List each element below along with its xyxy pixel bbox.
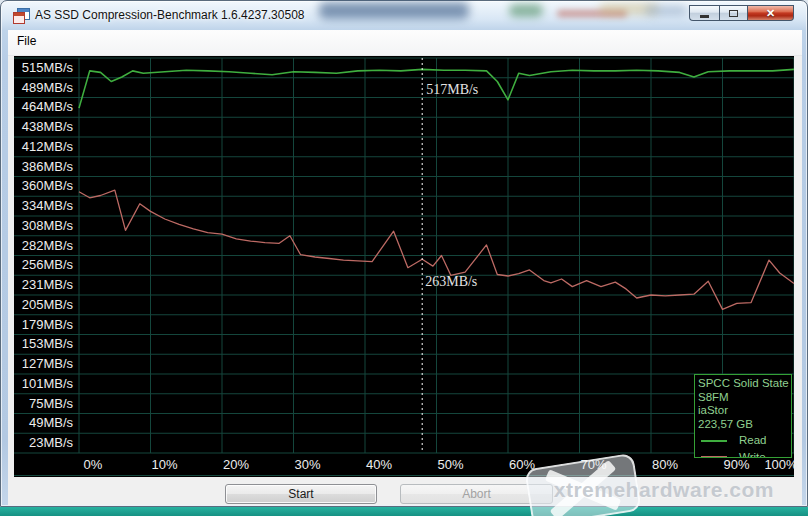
- cursor-write-value: 263MB/s: [425, 274, 477, 289]
- cursor-read-value: 517MB/s: [426, 82, 478, 97]
- glass-blur-artifact: [557, 10, 627, 17]
- y-axis-tick: 282MB/s: [14, 238, 73, 253]
- legend-swatch: [701, 440, 727, 442]
- x-axis-tick: 10%: [151, 457, 177, 472]
- y-axis-tick: 256MB/s: [14, 257, 73, 272]
- y-axis-tick: 205MB/s: [14, 297, 73, 312]
- page-background-strip: [0, 507, 808, 516]
- close-button[interactable]: ✕: [748, 5, 794, 21]
- legend-entry-write: Write: [698, 451, 791, 459]
- x-axis-tick: 40%: [366, 457, 392, 472]
- y-axis-tick: 386MB/s: [14, 159, 73, 174]
- x-axis-tick: 20%: [223, 457, 249, 472]
- legend-device-line: S8FM: [698, 391, 791, 405]
- x-axis-tick: 70%: [580, 457, 606, 472]
- minimize-icon: [700, 15, 709, 18]
- screen: AS SSD Compression-Benchmark 1.6.4237.30…: [0, 0, 808, 516]
- chart-plot[interactable]: 517MB/s263MB/s: [14, 56, 794, 477]
- legend-device-line: SPCC Solid State D: [698, 377, 791, 391]
- y-axis-tick: 75MB/s: [14, 396, 73, 411]
- minimize-button[interactable]: [689, 5, 719, 21]
- x-axis-tick: 100%: [764, 457, 797, 472]
- y-axis-tick: 308MB/s: [14, 218, 73, 233]
- glass-blur-artifact: [599, 3, 659, 15]
- y-axis-tick: 153MB/s: [14, 336, 73, 351]
- y-axis-tick: 49MB/s: [14, 415, 73, 430]
- app-icon: [13, 8, 29, 23]
- y-axis-tick: 438MB/s: [14, 119, 73, 134]
- start-button[interactable]: Start: [225, 484, 377, 504]
- y-axis-tick: 412MB/s: [14, 139, 73, 154]
- legend-label: Read: [739, 434, 767, 448]
- x-axis-tick: 50%: [437, 457, 463, 472]
- y-axis-tick: 23MB/s: [14, 435, 73, 450]
- glass-blur-artifact: [645, 5, 687, 16]
- maximize-button[interactable]: [719, 5, 748, 21]
- x-axis-tick: 60%: [509, 457, 535, 472]
- abort-button[interactable]: Abort: [400, 484, 553, 504]
- y-axis-tick: 334MB/s: [14, 198, 73, 213]
- compression-benchmark-chart[interactable]: 517MB/s263MB/s 515MB/s489MB/s464MB/s438M…: [14, 56, 794, 477]
- legend-label: Write: [739, 451, 766, 459]
- maximize-icon: [729, 10, 738, 17]
- y-axis-tick: 464MB/s: [14, 99, 73, 114]
- title-bar[interactable]: AS SSD Compression-Benchmark 1.6.4237.30…: [1, 1, 807, 30]
- chart-legend: SPCC Solid State DS8FMiaStor223,57 GB Re…: [694, 374, 792, 458]
- x-axis-tick: 90%: [723, 457, 749, 472]
- window-title: AS SSD Compression-Benchmark 1.6.4237.30…: [35, 8, 304, 22]
- y-axis-tick: 127MB/s: [14, 356, 73, 371]
- glass-blur-artifact: [509, 4, 543, 17]
- y-axis-tick: 231MB/s: [14, 277, 73, 292]
- legend-entry-read: Read: [698, 434, 791, 448]
- y-axis-tick: 101MB/s: [14, 376, 73, 391]
- y-axis-tick: 515MB/s: [14, 60, 73, 75]
- legend-swatch: [701, 456, 727, 458]
- glass-blur-artifact: [319, 2, 469, 19]
- menu-item-file[interactable]: File: [8, 30, 45, 52]
- y-axis-tick: 489MB/s: [14, 80, 73, 95]
- y-axis-tick: 179MB/s: [14, 317, 73, 332]
- window-controls: ✕: [689, 5, 794, 21]
- legend-device-line: 223,57 GB: [698, 418, 791, 432]
- y-axis-tick: 360MB/s: [14, 178, 73, 193]
- x-axis-tick: 80%: [652, 457, 678, 472]
- legend-device-line: iaStor: [698, 404, 791, 418]
- x-axis-tick: 0%: [84, 457, 103, 472]
- close-icon: ✕: [766, 8, 775, 19]
- menu-bar: File: [8, 30, 802, 56]
- x-axis-tick: 30%: [294, 457, 320, 472]
